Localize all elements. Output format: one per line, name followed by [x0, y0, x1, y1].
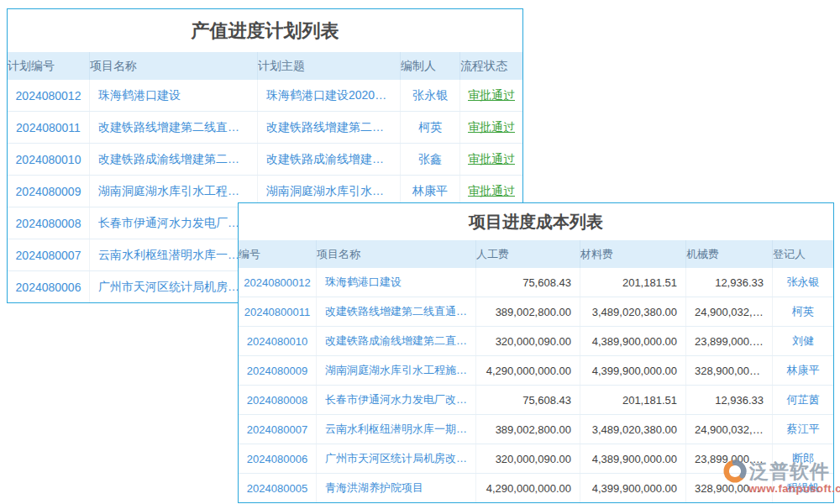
column-header-label: 流程状态 — [460, 59, 522, 74]
project-name-link[interactable]: 改建铁路成渝线增建第二直... — [89, 144, 257, 175]
material-cost-value-label: 201,181.51 — [589, 276, 677, 289]
project-name-link[interactable]: 珠海鹤港口建设 — [89, 80, 257, 111]
column-header: 项目名称 — [89, 52, 257, 80]
registrant-link[interactable]: 何芷茵 — [772, 386, 833, 414]
project-name-link[interactable]: 珠海鹤港口建设 — [316, 268, 475, 297]
plan-id-link[interactable]: 2024080008 — [8, 207, 89, 239]
material-cost-value: 3,489,020,380.00 — [580, 415, 685, 444]
compiler-link[interactable]: 柯英 — [400, 112, 459, 143]
cost-id-link[interactable]: 20240800012 — [239, 268, 316, 297]
material-cost-value: 3,489,020,380.00 — [580, 297, 685, 326]
cost-id-link-label: 2024080005 — [239, 482, 316, 495]
status-link[interactable]: 审批通过 — [459, 112, 522, 143]
compiler-link[interactable]: 张鑫 — [400, 144, 459, 175]
status-link[interactable]: 审批通过 — [459, 144, 522, 175]
project-name-link[interactable]: 改建铁路成渝线增建第二直通... — [316, 327, 475, 355]
cost-id-link[interactable]: 2024080006 — [239, 444, 316, 473]
status-link-label: 审批通过 — [460, 184, 522, 199]
material-cost-value-label: 4,399,900,000.00 — [589, 365, 677, 377]
project-name-link[interactable]: 长春市伊通河水力发电厂改建... — [316, 386, 475, 414]
fanpu-swirl-logo-icon — [722, 459, 748, 484]
project-name-link-label: 改建铁路线增建第二线直通... — [98, 120, 249, 135]
registrant-link[interactable]: 林康平 — [772, 356, 833, 385]
material-cost-value: 4,389,900,000.00 — [580, 444, 685, 473]
cost-id-link-label: 20240800012 — [239, 276, 316, 289]
registrant-link[interactable]: 蔡江平 — [772, 415, 833, 444]
plan-id-link[interactable]: 2024080012 — [8, 80, 89, 111]
labor-cost-value: 320,000,090.00 — [475, 444, 580, 473]
plan-id-link[interactable]: 2024080010 — [8, 144, 89, 175]
project-name-link-label: 长春市伊通河水力发电厂改... — [98, 216, 249, 231]
cost-id-link[interactable]: 2024080007 — [239, 415, 316, 444]
table-row: 2024080010改建铁路成渝线增建第二直...改建铁路成渝线增建第...张鑫… — [8, 143, 522, 175]
column-header-label: 人工费 — [476, 247, 580, 262]
status-link-label: 审批通过 — [460, 152, 522, 167]
watermark-url-text: www.fanpusoft.com — [748, 483, 840, 494]
project-name-link[interactable]: 改建铁路线增建第二线直通... — [89, 112, 257, 143]
labor-cost-value: 389,002,800.00 — [475, 415, 580, 444]
cost-table-header: 编号项目名称人工费材料费机械费登记人 — [239, 240, 833, 268]
plan-id-link[interactable]: 2024080009 — [8, 176, 89, 207]
project-name-link-label: 云南水利枢纽潜明水库一期... — [98, 248, 249, 263]
cost-id-link[interactable]: 2024080010 — [239, 327, 316, 355]
table-row: 2024080010改建铁路成渝线增建第二直通...320,000,090.00… — [239, 326, 833, 355]
cost-id-link-label: 2024080006 — [239, 453, 316, 465]
cost-id-link[interactable]: 20240800011 — [239, 297, 316, 326]
project-name-link-label: 珠海鹤港口建设 — [98, 88, 249, 103]
fanpu-watermark: 泛普软件 www.fanpusoft.com — [722, 459, 840, 494]
material-cost-value: 201,181.51 — [580, 386, 685, 414]
project-name-link[interactable]: 湖南洞庭湖水库引水工程施工... — [316, 356, 475, 385]
plan-theme-link[interactable]: 珠海鹤港口建设2020年... — [257, 80, 400, 111]
column-header-label: 登记人 — [773, 247, 833, 262]
cost-id-link[interactable]: 2024080008 — [239, 386, 316, 414]
compiler-link-label: 张永银 — [401, 88, 459, 103]
status-link[interactable]: 审批通过 — [459, 80, 522, 111]
project-name-link-label: 长春市伊通河水力发电厂改建... — [325, 392, 467, 407]
project-name-link-label: 改建铁路线增建第二线直通线... — [325, 304, 467, 319]
machine-cost-value: 328,900,000.00 — [685, 356, 772, 385]
material-cost-value-label: 3,489,020,380.00 — [589, 306, 677, 318]
plan-id-link[interactable]: 2024080011 — [8, 112, 89, 143]
registrant-link[interactable]: 张永银 — [772, 268, 833, 297]
project-name-link-label: 广州市天河区统计局机房改造... — [325, 451, 467, 466]
column-header-label: 项目名称 — [90, 59, 257, 74]
labor-cost-value-label: 4,290,000,000.00 — [485, 482, 571, 495]
plan-theme-link[interactable]: 改建铁路成渝线增建第... — [257, 144, 400, 175]
column-header: 计划编号 — [8, 52, 89, 80]
machine-cost-value: 12,936.33 — [685, 386, 772, 414]
plan-theme-link[interactable]: 改建铁路线增建第二线... — [257, 112, 400, 143]
cost-id-link[interactable]: 2024080009 — [239, 356, 316, 385]
registrant-link[interactable]: 柯英 — [772, 297, 833, 326]
project-name-link[interactable]: 长春市伊通河水力发电厂改... — [89, 207, 257, 239]
machine-cost-value-label: 12,936.33 — [695, 394, 764, 407]
registrant-link[interactable]: 刘健 — [772, 327, 833, 355]
table-row: 2024080009湖南洞庭湖水库引水工程施工...4,290,000,000.… — [239, 355, 833, 385]
labor-cost-value: 75,608.43 — [475, 386, 580, 414]
project-name-link[interactable]: 广州市天河区统计局机房改... — [89, 271, 257, 302]
plan-theme-link-label: 珠海鹤港口建设2020年... — [266, 88, 391, 103]
material-cost-value-label: 3,489,020,380.00 — [589, 423, 677, 436]
project-name-link[interactable]: 云南水利枢纽潜明水库一期... — [89, 239, 257, 270]
labor-cost-value-label: 320,000,090.00 — [485, 453, 571, 465]
project-name-link[interactable]: 湖南洞庭湖水库引水工程施... — [89, 176, 257, 207]
compiler-link[interactable]: 张永银 — [400, 80, 459, 111]
project-name-link[interactable]: 改建铁路线增建第二线直通线... — [316, 297, 475, 326]
project-name-link[interactable]: 广州市天河区统计局机房改造... — [316, 444, 475, 473]
cost-id-link[interactable]: 2024080005 — [239, 474, 316, 502]
project-name-link[interactable]: 青海洪湖养护院项目 — [316, 474, 475, 502]
machine-cost-value: 23,899,000.00 — [685, 327, 772, 355]
registrant-link-label: 张永银 — [773, 275, 833, 290]
labor-cost-value-label: 75,608.43 — [485, 394, 571, 407]
project-name-link-label: 湖南洞庭湖水库引水工程施... — [98, 184, 249, 199]
project-name-link-label: 青海洪湖养护院项目 — [325, 480, 467, 496]
machine-cost-value: 24,900,032,80... — [685, 415, 772, 444]
column-header: 项目名称 — [316, 240, 475, 268]
plan-id-link[interactable]: 2024080007 — [8, 239, 89, 270]
labor-cost-value: 75,608.43 — [475, 268, 580, 297]
project-name-link[interactable]: 云南水利枢纽潜明水库一期工... — [316, 415, 475, 444]
labor-cost-value-label: 389,002,800.00 — [485, 306, 571, 318]
labor-cost-value-label: 4,290,000,000.00 — [485, 365, 571, 377]
registrant-link-label: 林康平 — [773, 363, 833, 378]
plan-id-link[interactable]: 2024080006 — [8, 271, 89, 302]
labor-cost-value: 320,000,090.00 — [475, 327, 580, 355]
